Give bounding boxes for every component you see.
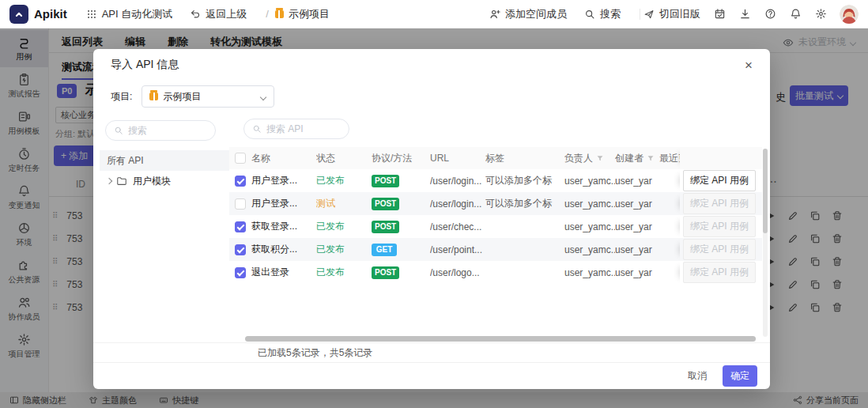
row-checkbox[interactable]: [235, 198, 246, 210]
modal-footer: 取消 确定: [93, 362, 770, 389]
confirm-button[interactable]: 确定: [723, 365, 757, 387]
grid-icon: [86, 9, 97, 20]
person-add-icon: [489, 9, 500, 20]
checkbox-cell: [229, 244, 251, 255]
gift-icon: [149, 93, 158, 100]
api-name: 用户登录...: [251, 197, 316, 210]
api-url: /user/logo...: [430, 267, 485, 278]
bell-button[interactable]: [790, 8, 802, 20]
api-name: 获取登录...: [251, 220, 316, 233]
bind-api-case-button[interactable]: 绑定 API 用例: [683, 239, 756, 260]
method-cell: GET: [372, 244, 430, 256]
api-creator: user_yar: [615, 221, 659, 232]
api-table-row: 获取积分... 已发布 GET /user/point... user_yamc…: [229, 238, 762, 261]
api-table-panel: 名称状态协议/方法URL标签负责人创建者最近更新 用户登录... 已发布 POS…: [229, 119, 762, 313]
back-to-parent-button[interactable]: 返回上级: [190, 7, 247, 21]
column-header: 状态: [316, 152, 372, 165]
user-avatar[interactable]: [840, 5, 859, 24]
download-button[interactable]: [739, 8, 751, 20]
search-icon: [252, 124, 262, 134]
calendar-check-button[interactable]: [714, 8, 726, 20]
api-search[interactable]: [243, 119, 349, 139]
tree-item-all-api[interactable]: 所有 API: [100, 150, 229, 171]
bind-cell: 绑定 API 用例: [680, 192, 762, 215]
api-owner: user_yamc...: [564, 176, 615, 187]
sticky-header-cell: [680, 147, 762, 169]
topbar-divider: [640, 9, 640, 20]
api-owner: user_yamc...: [564, 198, 615, 210]
bell-icon: [790, 8, 802, 20]
apikit-logo[interactable]: Apikit: [9, 5, 67, 24]
gear-button[interactable]: [815, 8, 827, 20]
column-header: 负责人: [564, 152, 615, 165]
column-header: 名称: [251, 152, 316, 165]
method-cell: POST: [372, 266, 430, 279]
api-url: /user/point...: [430, 244, 485, 255]
api-table-row: 获取登录... 已发布 POST /user/chec... user_yamc…: [229, 215, 762, 238]
column-header: 创建者: [615, 152, 659, 165]
close-icon[interactable]: ×: [745, 59, 753, 72]
method-badge: POST: [372, 175, 399, 187]
modal-title: 导入 API 信息: [111, 58, 179, 72]
tree-search[interactable]: [105, 120, 216, 141]
filter-icon[interactable]: [647, 154, 655, 162]
api-table-row: 用户登录... 已发布 POST /user/login... 可以添加多个标 …: [229, 169, 762, 192]
row-checkbox[interactable]: [235, 244, 246, 255]
api-owner: user_yamc...: [564, 244, 615, 255]
bind-cell: 绑定 API 用例: [680, 169, 762, 192]
select-all-checkbox[interactable]: [235, 153, 246, 164]
method-badge: POST: [372, 266, 399, 279]
add-space-member-button[interactable]: 添加空间成员: [489, 7, 567, 21]
column-header: 协议/方法: [372, 152, 430, 165]
chevron-right-icon: [106, 178, 112, 184]
row-checkbox[interactable]: [235, 267, 246, 278]
row-checkbox[interactable]: [235, 221, 246, 232]
api-creator: user_yar: [615, 198, 659, 210]
paper-plane-icon: [643, 9, 655, 20]
bind-cell: 绑定 API 用例: [680, 261, 762, 284]
topbar-right: 添加空间成员 搜索 切回旧版: [489, 5, 859, 24]
api-creator: user_yar: [615, 244, 659, 255]
logo-text: Apikit: [34, 7, 67, 21]
vertical-scrollbar[interactable]: [763, 149, 768, 337]
modal-header: 导入 API 信息 ×: [93, 49, 770, 81]
avatar-image: [840, 5, 859, 24]
search-icon: [584, 9, 595, 20]
bind-api-case-button[interactable]: 绑定 API 用例: [683, 216, 756, 237]
chevron-down-icon: [260, 94, 266, 100]
api-status: 已发布: [316, 220, 372, 233]
api-table-row: 退出登录 已发布 POST /user/logo... user_yamc...…: [229, 261, 762, 284]
tree-item-user-module[interactable]: 用户模块: [100, 171, 229, 191]
method-cell: POST: [372, 221, 430, 233]
row-checkbox[interactable]: [235, 176, 246, 187]
global-search-button[interactable]: 搜索: [584, 7, 621, 21]
horizontal-scrollbar[interactable]: [245, 336, 756, 342]
project-select[interactable]: 示例项目: [142, 85, 274, 108]
project-row: 项目: 示例项目: [111, 85, 274, 108]
api-search-input[interactable]: [266, 123, 336, 134]
search-icon: [114, 126, 123, 135]
cancel-button[interactable]: 取消: [681, 366, 713, 386]
api-url: /user/chec...: [430, 221, 485, 232]
api-creator: user_yar: [615, 176, 659, 187]
api-owner: user_yamc...: [564, 267, 615, 278]
filter-icon[interactable]: [596, 154, 604, 162]
apikit-logo-icon: [9, 5, 28, 24]
switch-old-version-button[interactable]: 切回旧版: [643, 7, 700, 21]
bind-api-case-button[interactable]: 绑定 API 用例: [683, 193, 756, 214]
import-api-modal: 导入 API 信息 × 项目: 示例项目 所有 API 用户模块: [93, 49, 770, 389]
api-table-row: 用户登录... 测试 POST /user/login... 可以添加多个标 u…: [229, 192, 762, 215]
bind-api-case-button[interactable]: 绑定 API 用例: [683, 170, 756, 191]
method-cell: POST: [372, 198, 430, 210]
bind-api-case-button[interactable]: 绑定 API 用例: [683, 262, 756, 283]
topbar: Apikit API 自动化测试 返回上级 / 示例项目 添加空间成员 搜索: [0, 0, 868, 28]
help-button[interactable]: [764, 8, 776, 20]
api-status: 已发布: [316, 243, 372, 256]
checkbox-cell: [229, 176, 251, 187]
method-badge: GET: [372, 244, 397, 256]
breadcrumb-project[interactable]: 示例项目: [289, 7, 330, 21]
breadcrumb-separator: /: [266, 8, 269, 20]
tree-search-input[interactable]: [128, 125, 198, 136]
nav-api-automation[interactable]: API 自动化测试: [86, 7, 173, 21]
method-badge: POST: [372, 198, 399, 210]
